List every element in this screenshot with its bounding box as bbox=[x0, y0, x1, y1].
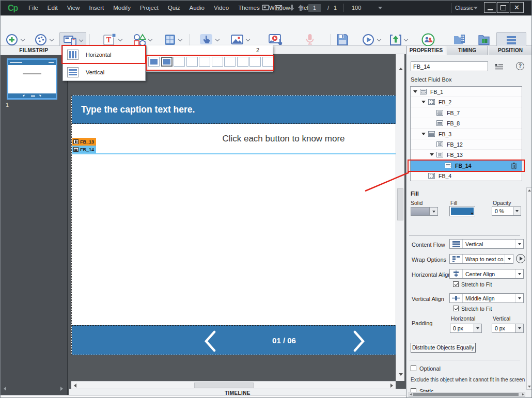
tree-label[interactable]: FB_13 bbox=[447, 152, 463, 158]
menu-view[interactable]: View bbox=[62, 1, 85, 15]
tree-label[interactable]: FB_4 bbox=[439, 173, 451, 179]
main-toolbar: Slides Themes Fluid Box T Text Shapes Ob… bbox=[1, 15, 532, 46]
tab-position[interactable]: POSITION bbox=[489, 46, 532, 55]
optional-label: Optional bbox=[419, 365, 441, 372]
filmstrip-header[interactable]: FILMSTRIP bbox=[1, 46, 67, 55]
timeline-bar[interactable]: TIMELINE bbox=[69, 389, 406, 395]
scroll-right-icon[interactable] bbox=[522, 393, 524, 395]
minimize-button[interactable] bbox=[484, 2, 496, 13]
preview-icon bbox=[362, 33, 375, 46]
opacity-combo[interactable]: 0 % bbox=[492, 206, 521, 216]
content-flow-dropdown[interactable]: Vertical bbox=[449, 239, 524, 249]
slide-number-field[interactable]: 1 bbox=[308, 4, 321, 12]
tree-row-fb4[interactable]: FB_4 bbox=[411, 171, 522, 181]
tree-label[interactable]: FB_3 bbox=[439, 131, 451, 137]
workspace-selector[interactable]: Classic bbox=[455, 5, 473, 11]
padding-horizontal-value[interactable]: 0 px bbox=[450, 324, 474, 333]
screen-preview-icon[interactable] bbox=[262, 5, 269, 11]
collapse-arrow-icon[interactable] bbox=[413, 90, 417, 93]
vertical-scroll-thumb[interactable] bbox=[397, 188, 403, 220]
collapse-arrow-icon[interactable] bbox=[421, 133, 426, 135]
horizontal-align-dropdown[interactable]: Center Align bbox=[449, 269, 524, 279]
scroll-down-icon[interactable] bbox=[528, 386, 531, 388]
filmstrip-scroll-left-icon[interactable] bbox=[4, 387, 6, 391]
tree-row-fb8[interactable]: FB_8 bbox=[411, 118, 522, 129]
padding-vertical-combo[interactable]: 0 px bbox=[492, 324, 524, 333]
slide-thumbnail[interactable] bbox=[7, 58, 57, 100]
next-button-icon[interactable] bbox=[353, 330, 365, 352]
fluidbox-name-field[interactable] bbox=[411, 61, 488, 71]
canvas-vertical-scrollbar[interactable] bbox=[396, 54, 404, 381]
tree-label[interactable]: FB_2 bbox=[439, 99, 451, 105]
panel-horizontal-scrollbar[interactable] bbox=[409, 392, 525, 397]
menu-modify[interactable]: Modify bbox=[108, 1, 135, 15]
canvas-horizontal-scrollbar[interactable] bbox=[71, 381, 396, 389]
move-up-icon[interactable] bbox=[298, 5, 303, 11]
opacity-value[interactable]: 0 % bbox=[492, 206, 513, 216]
tab-properties[interactable]: PROPERTIES bbox=[406, 46, 446, 55]
caption-placeholder[interactable]: Type the caption text here. bbox=[72, 95, 398, 124]
assets-icon bbox=[453, 33, 467, 46]
tree-row-fb7[interactable]: FB_7 bbox=[411, 108, 522, 118]
move-down-icon[interactable] bbox=[289, 5, 294, 11]
previous-button-icon[interactable] bbox=[204, 330, 216, 352]
scroll-right-icon[interactable] bbox=[390, 384, 393, 388]
wrap-options-dropdown[interactable]: Wrap to next co... bbox=[449, 254, 513, 264]
wrap-preview-play-icon[interactable] bbox=[516, 254, 525, 263]
scroll-left-icon[interactable] bbox=[410, 393, 412, 395]
maximize-button[interactable] bbox=[497, 2, 509, 13]
tree-label[interactable]: FB_7 bbox=[447, 110, 460, 116]
scroll-up-icon[interactable] bbox=[399, 68, 403, 70]
slide-canvas[interactable]: Type the caption text here. Click each b… bbox=[71, 95, 398, 355]
wrap-icon bbox=[450, 254, 463, 263]
panel-menu-icon[interactable] bbox=[495, 63, 503, 70]
tree-label[interactable]: FB_12 bbox=[447, 141, 463, 148]
fill-color-swatch[interactable] bbox=[449, 206, 475, 216]
zoom-dropdown-icon[interactable] bbox=[378, 7, 382, 9]
scroll-up-icon[interactable] bbox=[528, 189, 531, 192]
menu-themes[interactable]: Themes bbox=[233, 1, 264, 15]
fb13-tag[interactable]: FB_13 bbox=[72, 138, 96, 146]
mail-icon[interactable] bbox=[275, 5, 282, 10]
tree-row-fb1[interactable]: FB_1 bbox=[411, 87, 522, 97]
padding-vertical-value[interactable]: 0 px bbox=[492, 324, 515, 333]
padding-horizontal-combo[interactable]: 0 px bbox=[450, 324, 482, 333]
tree-row-fb3[interactable]: FB_3 bbox=[411, 129, 522, 139]
menu-file[interactable]: File bbox=[24, 1, 43, 15]
stretch-to-fit-checkbox-horizontal[interactable] bbox=[453, 281, 459, 287]
close-button[interactable]: ✕ bbox=[510, 2, 524, 13]
workspace-dropdown-icon[interactable] bbox=[474, 7, 478, 9]
stretch-to-fit-checkbox-vertical[interactable] bbox=[453, 306, 459, 311]
tree-row-fb12[interactable]: FB_12 bbox=[411, 139, 522, 150]
solid-fill-swatch[interactable] bbox=[411, 207, 438, 216]
menu-audio[interactable]: Audio bbox=[185, 1, 209, 15]
panel-vertical-scrollbar[interactable] bbox=[526, 187, 532, 390]
horizontal-scroll-thumb[interactable] bbox=[194, 383, 254, 388]
tree-label[interactable]: FB_1 bbox=[430, 89, 443, 95]
zoom-value[interactable]: 100 bbox=[352, 5, 361, 11]
menu-edit[interactable]: Edit bbox=[43, 1, 62, 15]
annotation-box-cell-strip bbox=[146, 55, 274, 71]
vertical-align-dropdown[interactable]: Middle Align bbox=[449, 293, 524, 303]
filmstrip-scroll-right-icon[interactable] bbox=[60, 387, 63, 391]
menu-item-vertical[interactable]: Vertical bbox=[63, 63, 145, 81]
tree-label[interactable]: FB_8 bbox=[447, 120, 460, 126]
menu-insert[interactable]: Insert bbox=[84, 1, 108, 15]
scroll-left-icon[interactable] bbox=[74, 384, 76, 388]
tree-row-fb13[interactable]: FB_13 bbox=[411, 150, 522, 160]
fb14-tag[interactable]: FB_14 bbox=[72, 146, 96, 153]
menu-video[interactable]: Video bbox=[209, 1, 233, 15]
tab-timing[interactable]: TIMING bbox=[447, 46, 488, 55]
menu-project[interactable]: Project bbox=[135, 1, 163, 15]
menu-quiz[interactable]: Quiz bbox=[163, 1, 185, 15]
help-icon[interactable]: ? bbox=[516, 62, 524, 70]
distribute-objects-button[interactable]: Distribute Objects Equally bbox=[411, 343, 476, 353]
collapse-arrow-icon[interactable] bbox=[421, 101, 426, 103]
horizontal-scroll-thumb[interactable] bbox=[413, 393, 519, 396]
tree-row-fb2[interactable]: FB_2 bbox=[411, 97, 522, 107]
navigation-footer[interactable]: 01 / 06 bbox=[72, 325, 398, 355]
optional-checkbox[interactable] bbox=[411, 365, 416, 371]
collapse-arrow-icon[interactable] bbox=[430, 153, 434, 156]
scroll-down-icon[interactable] bbox=[399, 373, 403, 376]
slide-body-text[interactable]: Click each button to know more bbox=[220, 134, 347, 144]
